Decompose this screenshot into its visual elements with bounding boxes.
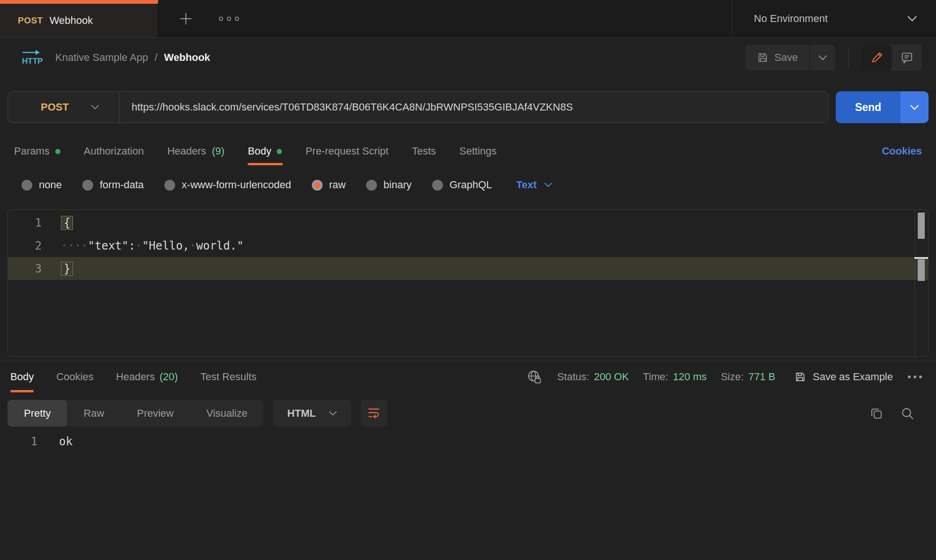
new-tab-button[interactable] bbox=[178, 11, 194, 27]
copy-response-button[interactable] bbox=[870, 406, 884, 420]
request-tab[interactable]: POST Webhook bbox=[0, 0, 158, 37]
save-icon bbox=[794, 371, 806, 383]
response-tab-cookies[interactable]: Cookies bbox=[56, 361, 93, 392]
tab-options-button[interactable] bbox=[218, 16, 240, 22]
tab-authorization[interactable]: Authorization bbox=[84, 137, 144, 165]
environment-selector[interactable]: No Environment bbox=[732, 0, 936, 37]
radio-circle bbox=[22, 180, 32, 191]
radio-graphql[interactable]: GraphQL bbox=[432, 179, 492, 191]
view-raw[interactable]: Raw bbox=[67, 400, 120, 427]
tab-label: Settings bbox=[459, 145, 497, 157]
http-request-icon: HTTP bbox=[19, 48, 43, 67]
radio-label: GraphQL bbox=[450, 179, 492, 191]
send-button[interactable]: Send bbox=[836, 91, 900, 123]
radio-form-data[interactable]: form-data bbox=[82, 179, 144, 191]
save-options-button[interactable] bbox=[809, 45, 835, 70]
radio-raw[interactable]: raw bbox=[312, 179, 346, 191]
comment-icon bbox=[900, 51, 914, 64]
tab-settings[interactable]: Settings bbox=[459, 137, 497, 165]
view-label: Pretty bbox=[24, 407, 51, 420]
tab-pre-request-script[interactable]: Pre-request Script bbox=[305, 137, 388, 165]
tab-headers[interactable]: Headers (9) bbox=[167, 137, 224, 165]
status-label: Status: bbox=[557, 371, 589, 383]
response-body-viewer[interactable]: 1 ok bbox=[0, 435, 936, 448]
raw-format-select[interactable]: Text bbox=[516, 179, 553, 191]
response-headers-count: (20) bbox=[160, 371, 178, 383]
method-label: POST bbox=[41, 101, 69, 113]
breadcrumb-collection[interactable]: Knative Sample App bbox=[55, 52, 148, 64]
response-options-button[interactable] bbox=[907, 375, 923, 379]
pencil-icon bbox=[870, 51, 884, 64]
divider bbox=[848, 47, 849, 68]
breadcrumb-row: HTTP Knative Sample App / Webhook Save bbox=[0, 38, 936, 77]
editor-scrollbar[interactable] bbox=[914, 210, 928, 356]
matched-brace: { bbox=[61, 216, 73, 230]
view-preview[interactable]: Preview bbox=[120, 400, 190, 427]
edit-request-button[interactable] bbox=[862, 44, 892, 71]
tab-tests[interactable]: Tests bbox=[412, 137, 436, 165]
format-label: Text bbox=[516, 179, 537, 191]
view-label: Raw bbox=[83, 407, 104, 420]
radio-x-www-form-urlencoded[interactable]: x-www-form-urlencoded bbox=[164, 179, 291, 191]
response-format-label: HTML bbox=[287, 407, 316, 420]
radio-circle bbox=[366, 180, 377, 191]
chevron-down-icon bbox=[818, 55, 827, 61]
search-response-button[interactable] bbox=[900, 406, 914, 420]
send-options-button[interactable] bbox=[900, 91, 929, 123]
save-button[interactable]: Save bbox=[745, 45, 809, 70]
radio-circle-selected bbox=[312, 180, 323, 191]
url-bar: POST https://hooks.slack.com/services/T0… bbox=[7, 91, 828, 123]
response-toolbar: Pretty Raw Preview Visualize HTML bbox=[7, 400, 929, 427]
method-select[interactable]: POST bbox=[8, 92, 119, 123]
more-options-icon bbox=[907, 375, 923, 379]
chevron-down-icon bbox=[910, 104, 919, 111]
response-tab-headers[interactable]: Headers (20) bbox=[116, 361, 178, 392]
request-tabs: Params Authorization Headers (9) Body Pr… bbox=[0, 137, 936, 165]
json-key: "text": bbox=[88, 239, 135, 252]
view-visualize[interactable]: Visualize bbox=[190, 400, 264, 427]
tab-label: Tests bbox=[412, 145, 436, 157]
response-format-select[interactable]: HTML bbox=[273, 400, 351, 427]
size-value: 771 B bbox=[748, 371, 775, 383]
space-dot: · bbox=[190, 239, 196, 252]
network-info-button[interactable] bbox=[526, 369, 543, 384]
overview-ruler-cursor-mark bbox=[914, 257, 928, 259]
tab-label: Params bbox=[14, 145, 50, 157]
params-active-dot bbox=[55, 149, 60, 154]
request-body-editor[interactable]: 1 { 2 ····"text":·"Hello,·world." 3 } bbox=[7, 209, 929, 357]
copy-icon bbox=[870, 406, 884, 420]
status-group: Status: 200 OK bbox=[557, 371, 629, 383]
response-meta: Status: 200 OK Time: 120 ms Size: 771 B … bbox=[526, 369, 923, 384]
scrollbar-thumb[interactable] bbox=[918, 213, 925, 239]
tab-label: Authorization bbox=[84, 145, 144, 157]
url-input[interactable]: https://hooks.slack.com/services/T06TD83… bbox=[119, 101, 573, 113]
environment-label: No Environment bbox=[754, 13, 828, 25]
documentation-button[interactable] bbox=[892, 44, 922, 71]
response-tab-test-results[interactable]: Test Results bbox=[200, 361, 257, 392]
tab-body[interactable]: Body bbox=[248, 137, 282, 165]
chevron-down-icon bbox=[329, 411, 337, 416]
radio-label: none bbox=[39, 179, 62, 191]
view-pretty[interactable]: Pretty bbox=[7, 400, 67, 427]
radio-label: raw bbox=[329, 179, 346, 191]
save-as-example-button[interactable]: Save as Example bbox=[794, 371, 893, 383]
search-icon bbox=[900, 406, 914, 420]
radio-binary[interactable]: binary bbox=[366, 179, 412, 191]
response-tab-body[interactable]: Body bbox=[10, 361, 34, 392]
size-label: Size: bbox=[721, 371, 744, 383]
tab-label: Cookies bbox=[56, 371, 93, 383]
wrap-lines-button[interactable] bbox=[361, 400, 388, 427]
tab-label: Headers bbox=[116, 371, 155, 383]
tab-params[interactable]: Params bbox=[14, 137, 60, 165]
svg-text:HTTP: HTTP bbox=[22, 57, 43, 66]
tab-title: Webhook bbox=[50, 15, 93, 27]
radio-label: x-www-form-urlencoded bbox=[182, 179, 291, 191]
line-number: 1 bbox=[8, 216, 42, 229]
response-view-switcher: Pretty Raw Preview Visualize bbox=[7, 400, 264, 427]
editor-line-2: 2 ····"text":·"Hello,·world." bbox=[8, 234, 928, 257]
breadcrumb-request-name[interactable]: Webhook bbox=[164, 52, 210, 64]
cookies-link[interactable]: Cookies bbox=[882, 145, 922, 157]
tab-label: Body bbox=[248, 145, 271, 157]
tab-label: Headers bbox=[167, 145, 206, 157]
radio-none[interactable]: none bbox=[22, 179, 62, 191]
